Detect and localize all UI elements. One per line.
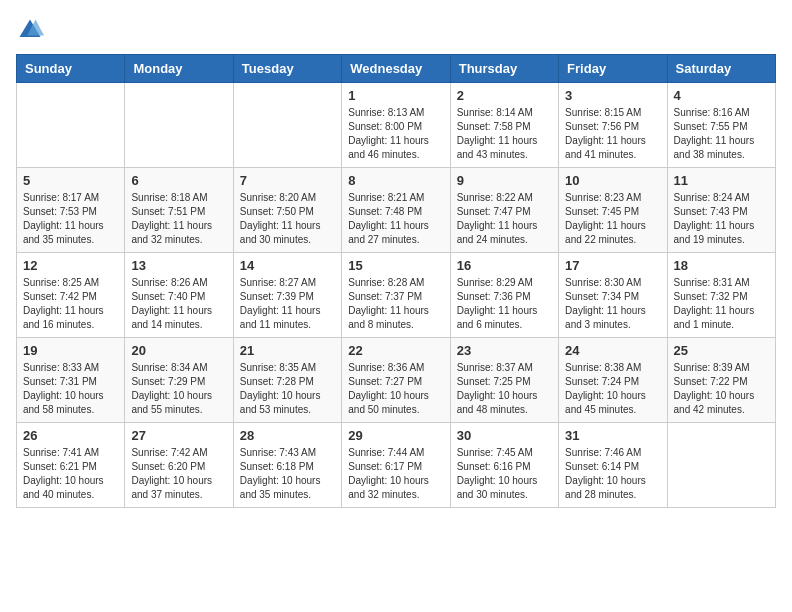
- day-number: 14: [240, 258, 335, 273]
- day-info: Sunrise: 8:16 AM Sunset: 7:55 PM Dayligh…: [674, 106, 769, 162]
- week-row-4: 19Sunrise: 8:33 AM Sunset: 7:31 PM Dayli…: [17, 338, 776, 423]
- calendar-cell: 29Sunrise: 7:44 AM Sunset: 6:17 PM Dayli…: [342, 423, 450, 508]
- logo: [16, 16, 48, 44]
- day-info: Sunrise: 8:20 AM Sunset: 7:50 PM Dayligh…: [240, 191, 335, 247]
- calendar-cell: 3Sunrise: 8:15 AM Sunset: 7:56 PM Daylig…: [559, 83, 667, 168]
- calendar-cell: [17, 83, 125, 168]
- day-info: Sunrise: 8:39 AM Sunset: 7:22 PM Dayligh…: [674, 361, 769, 417]
- calendar-cell: [667, 423, 775, 508]
- day-info: Sunrise: 8:25 AM Sunset: 7:42 PM Dayligh…: [23, 276, 118, 332]
- day-number: 4: [674, 88, 769, 103]
- calendar-table: SundayMondayTuesdayWednesdayThursdayFrid…: [16, 54, 776, 508]
- calendar-cell: 16Sunrise: 8:29 AM Sunset: 7:36 PM Dayli…: [450, 253, 558, 338]
- day-info: Sunrise: 8:27 AM Sunset: 7:39 PM Dayligh…: [240, 276, 335, 332]
- calendar-cell: 15Sunrise: 8:28 AM Sunset: 7:37 PM Dayli…: [342, 253, 450, 338]
- day-info: Sunrise: 8:37 AM Sunset: 7:25 PM Dayligh…: [457, 361, 552, 417]
- day-number: 1: [348, 88, 443, 103]
- day-number: 15: [348, 258, 443, 273]
- header-tuesday: Tuesday: [233, 55, 341, 83]
- day-number: 20: [131, 343, 226, 358]
- day-info: Sunrise: 8:15 AM Sunset: 7:56 PM Dayligh…: [565, 106, 660, 162]
- header-wednesday: Wednesday: [342, 55, 450, 83]
- calendar-cell: 18Sunrise: 8:31 AM Sunset: 7:32 PM Dayli…: [667, 253, 775, 338]
- day-number: 18: [674, 258, 769, 273]
- calendar-cell: 28Sunrise: 7:43 AM Sunset: 6:18 PM Dayli…: [233, 423, 341, 508]
- day-info: Sunrise: 8:38 AM Sunset: 7:24 PM Dayligh…: [565, 361, 660, 417]
- calendar-cell: 17Sunrise: 8:30 AM Sunset: 7:34 PM Dayli…: [559, 253, 667, 338]
- day-info: Sunrise: 8:31 AM Sunset: 7:32 PM Dayligh…: [674, 276, 769, 332]
- calendar-header-row: SundayMondayTuesdayWednesdayThursdayFrid…: [17, 55, 776, 83]
- day-number: 31: [565, 428, 660, 443]
- day-number: 13: [131, 258, 226, 273]
- day-number: 16: [457, 258, 552, 273]
- day-number: 22: [348, 343, 443, 358]
- day-number: 10: [565, 173, 660, 188]
- calendar-cell: [125, 83, 233, 168]
- calendar-cell: 30Sunrise: 7:45 AM Sunset: 6:16 PM Dayli…: [450, 423, 558, 508]
- week-row-5: 26Sunrise: 7:41 AM Sunset: 6:21 PM Dayli…: [17, 423, 776, 508]
- day-info: Sunrise: 8:36 AM Sunset: 7:27 PM Dayligh…: [348, 361, 443, 417]
- day-number: 5: [23, 173, 118, 188]
- day-info: Sunrise: 7:43 AM Sunset: 6:18 PM Dayligh…: [240, 446, 335, 502]
- calendar-cell: 9Sunrise: 8:22 AM Sunset: 7:47 PM Daylig…: [450, 168, 558, 253]
- day-number: 9: [457, 173, 552, 188]
- week-row-2: 5Sunrise: 8:17 AM Sunset: 7:53 PM Daylig…: [17, 168, 776, 253]
- day-info: Sunrise: 8:22 AM Sunset: 7:47 PM Dayligh…: [457, 191, 552, 247]
- day-info: Sunrise: 8:21 AM Sunset: 7:48 PM Dayligh…: [348, 191, 443, 247]
- day-number: 25: [674, 343, 769, 358]
- header-saturday: Saturday: [667, 55, 775, 83]
- calendar-cell: 11Sunrise: 8:24 AM Sunset: 7:43 PM Dayli…: [667, 168, 775, 253]
- day-info: Sunrise: 8:17 AM Sunset: 7:53 PM Dayligh…: [23, 191, 118, 247]
- day-info: Sunrise: 8:28 AM Sunset: 7:37 PM Dayligh…: [348, 276, 443, 332]
- calendar-cell: 1Sunrise: 8:13 AM Sunset: 8:00 PM Daylig…: [342, 83, 450, 168]
- day-info: Sunrise: 8:23 AM Sunset: 7:45 PM Dayligh…: [565, 191, 660, 247]
- day-number: 23: [457, 343, 552, 358]
- calendar-cell: 22Sunrise: 8:36 AM Sunset: 7:27 PM Dayli…: [342, 338, 450, 423]
- header-friday: Friday: [559, 55, 667, 83]
- day-number: 24: [565, 343, 660, 358]
- week-row-3: 12Sunrise: 8:25 AM Sunset: 7:42 PM Dayli…: [17, 253, 776, 338]
- day-number: 17: [565, 258, 660, 273]
- calendar-cell: 12Sunrise: 8:25 AM Sunset: 7:42 PM Dayli…: [17, 253, 125, 338]
- day-info: Sunrise: 8:14 AM Sunset: 7:58 PM Dayligh…: [457, 106, 552, 162]
- day-info: Sunrise: 8:13 AM Sunset: 8:00 PM Dayligh…: [348, 106, 443, 162]
- day-info: Sunrise: 7:46 AM Sunset: 6:14 PM Dayligh…: [565, 446, 660, 502]
- day-number: 21: [240, 343, 335, 358]
- day-info: Sunrise: 8:26 AM Sunset: 7:40 PM Dayligh…: [131, 276, 226, 332]
- day-number: 2: [457, 88, 552, 103]
- day-info: Sunrise: 8:24 AM Sunset: 7:43 PM Dayligh…: [674, 191, 769, 247]
- calendar-cell: 19Sunrise: 8:33 AM Sunset: 7:31 PM Dayli…: [17, 338, 125, 423]
- day-number: 30: [457, 428, 552, 443]
- day-info: Sunrise: 8:35 AM Sunset: 7:28 PM Dayligh…: [240, 361, 335, 417]
- day-info: Sunrise: 8:18 AM Sunset: 7:51 PM Dayligh…: [131, 191, 226, 247]
- calendar-cell: 24Sunrise: 8:38 AM Sunset: 7:24 PM Dayli…: [559, 338, 667, 423]
- calendar-cell: 20Sunrise: 8:34 AM Sunset: 7:29 PM Dayli…: [125, 338, 233, 423]
- calendar-cell: 2Sunrise: 8:14 AM Sunset: 7:58 PM Daylig…: [450, 83, 558, 168]
- header-sunday: Sunday: [17, 55, 125, 83]
- calendar-cell: 25Sunrise: 8:39 AM Sunset: 7:22 PM Dayli…: [667, 338, 775, 423]
- day-number: 11: [674, 173, 769, 188]
- calendar-cell: 5Sunrise: 8:17 AM Sunset: 7:53 PM Daylig…: [17, 168, 125, 253]
- day-info: Sunrise: 8:34 AM Sunset: 7:29 PM Dayligh…: [131, 361, 226, 417]
- logo-icon: [16, 16, 44, 44]
- day-number: 28: [240, 428, 335, 443]
- header-monday: Monday: [125, 55, 233, 83]
- day-number: 29: [348, 428, 443, 443]
- day-number: 12: [23, 258, 118, 273]
- day-number: 27: [131, 428, 226, 443]
- calendar-cell: 21Sunrise: 8:35 AM Sunset: 7:28 PM Dayli…: [233, 338, 341, 423]
- day-info: Sunrise: 8:29 AM Sunset: 7:36 PM Dayligh…: [457, 276, 552, 332]
- header-thursday: Thursday: [450, 55, 558, 83]
- calendar-cell: 26Sunrise: 7:41 AM Sunset: 6:21 PM Dayli…: [17, 423, 125, 508]
- day-info: Sunrise: 8:30 AM Sunset: 7:34 PM Dayligh…: [565, 276, 660, 332]
- calendar-cell: [233, 83, 341, 168]
- day-number: 3: [565, 88, 660, 103]
- day-info: Sunrise: 7:45 AM Sunset: 6:16 PM Dayligh…: [457, 446, 552, 502]
- page-header: [16, 16, 776, 44]
- day-number: 7: [240, 173, 335, 188]
- calendar-cell: 31Sunrise: 7:46 AM Sunset: 6:14 PM Dayli…: [559, 423, 667, 508]
- day-info: Sunrise: 7:41 AM Sunset: 6:21 PM Dayligh…: [23, 446, 118, 502]
- day-number: 26: [23, 428, 118, 443]
- week-row-1: 1Sunrise: 8:13 AM Sunset: 8:00 PM Daylig…: [17, 83, 776, 168]
- calendar-cell: 23Sunrise: 8:37 AM Sunset: 7:25 PM Dayli…: [450, 338, 558, 423]
